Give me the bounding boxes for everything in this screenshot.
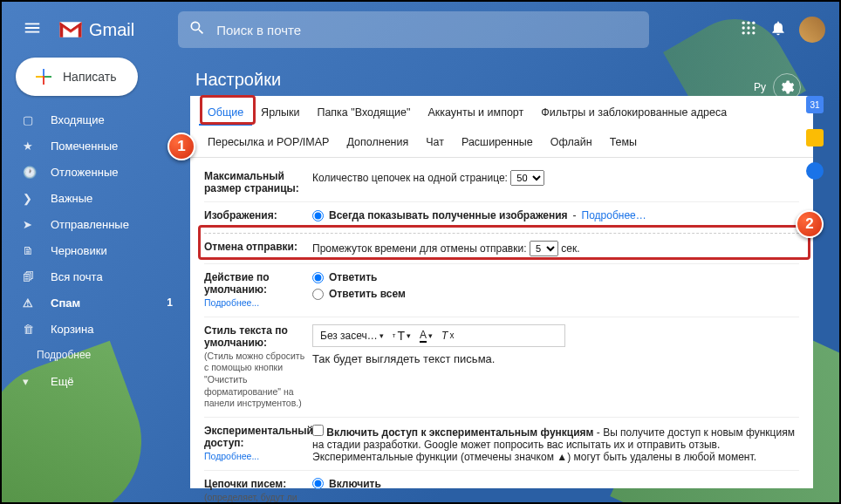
setting-default-action: Действие по умолчанию: Подробнее... Отве…: [204, 264, 799, 317]
inbox-icon: ▢: [23, 113, 38, 126]
chevron-down-icon: ▾: [23, 375, 38, 388]
images-learn-more-link[interactable]: Подробнее…: [582, 209, 646, 221]
tab-chat[interactable]: Чат: [417, 131, 453, 153]
setting-threads: Цепочки писем: (определяет, будут ли Вкл…: [204, 471, 799, 504]
label-note: (определяет, будут ли: [204, 492, 305, 504]
label-text: Цепочки писем:: [204, 478, 286, 490]
setting-images: Изображения: Всегда показывать полученны…: [204, 202, 799, 234]
menu-icon[interactable]: [16, 11, 49, 48]
sidebar-item-sent[interactable]: ➤Отправленные: [10, 211, 185, 237]
sent-icon: ➤: [23, 218, 38, 231]
images-always-radio[interactable]: [312, 210, 324, 221]
tab-labels[interactable]: Ярлыки: [252, 101, 308, 126]
svg-point-0: [742, 22, 745, 24]
label-text: Действие по умолчанию:: [204, 271, 270, 296]
svg-point-1: [747, 22, 749, 24]
learn-more-link[interactable]: Подробнее...: [204, 297, 305, 310]
gmail-logo[interactable]: Gmail: [58, 19, 134, 40]
reply-all-radio[interactable]: [312, 289, 324, 300]
radio-label: Включить: [329, 478, 381, 490]
tab-forwarding[interactable]: Пересылка и POP/IMAP: [199, 131, 338, 153]
calendar-icon[interactable]: 31: [806, 96, 824, 113]
threads-on-radio[interactable]: [312, 478, 324, 489]
svg-point-6: [742, 31, 745, 34]
sidebar-item-label: Подробнее: [37, 349, 91, 361]
svg-point-7: [747, 31, 749, 34]
spam-count: 1: [167, 296, 173, 309]
search-input[interactable]: [216, 23, 639, 37]
page-size-select[interactable]: 50: [510, 170, 544, 186]
tab-addons[interactable]: Дополнения: [338, 131, 417, 153]
learn-more-link[interactable]: Подробнее...: [204, 451, 305, 463]
undo-duration-select[interactable]: 5: [530, 241, 558, 256]
avatar[interactable]: [799, 17, 825, 43]
radio-label: Ответить всем: [329, 288, 406, 300]
sidebar-item-more-sub[interactable]: Подробнее: [10, 342, 185, 368]
compose-button[interactable]: Написать: [16, 58, 138, 96]
spam-icon: ⚠: [23, 296, 38, 310]
clear-formatting-button[interactable]: Tx: [441, 330, 454, 342]
sidebar-item-label: Важные: [51, 192, 92, 205]
add-addon-icon[interactable]: +: [806, 213, 824, 230]
tab-themes[interactable]: Темы: [601, 131, 646, 153]
sidebar-item-label: Помеченные: [51, 140, 118, 153]
sidebar-item-spam[interactable]: ⚠Спам1: [10, 289, 185, 316]
sidebar-item-more[interactable]: ▾Ещё: [10, 368, 185, 394]
search-bar[interactable]: [178, 11, 649, 48]
sidebar-item-important[interactable]: ❯Важные: [10, 185, 185, 211]
setting-text: Количество цепочек на одной странице:: [312, 172, 508, 184]
setting-label: Экспериментальный доступ: Подробнее...: [204, 425, 312, 463]
sidebar-item-label: Ещё: [51, 375, 74, 388]
radio-label: Всегда показывать полученные изображения: [329, 209, 568, 221]
text-style-toolbar: Без засеч…▾ тТ▾ A▾ Tx: [312, 324, 565, 347]
reply-radio[interactable]: [312, 272, 324, 283]
label-text: Экспериментальный доступ:: [204, 425, 313, 449]
sidebar-item-inbox[interactable]: ▢Входящие: [10, 106, 185, 133]
tab-accounts[interactable]: Аккаунты и импорт: [419, 101, 532, 126]
text-color-button[interactable]: A▾: [420, 329, 433, 343]
notifications-icon[interactable]: [769, 19, 787, 40]
sidebar-item-starred[interactable]: ★Помеченные: [10, 133, 185, 159]
tab-filters[interactable]: Фильтры и заблокированные адреса: [532, 101, 735, 126]
sidebar-item-snoozed[interactable]: 🕐Отложенные: [10, 159, 185, 185]
sidebar-item-all[interactable]: 🗐Вся почта: [10, 263, 185, 289]
sidebar-item-label: Вся почта: [51, 270, 103, 283]
svg-point-8: [752, 31, 755, 34]
search-icon[interactable]: [188, 19, 206, 40]
tab-advanced[interactable]: Расширенные: [453, 131, 542, 153]
setting-max-page: Максимальный размер страницы: Количество…: [204, 163, 799, 202]
font-family-button[interactable]: Без засеч…▾: [320, 330, 384, 342]
star-icon: ★: [23, 140, 38, 153]
tab-general[interactable]: Общие: [199, 101, 252, 126]
tab-inbox[interactable]: Папка "Входящие": [308, 101, 419, 126]
radio-label: Ответить: [329, 271, 377, 283]
setting-label: Действие по умолчанию: Подробнее...: [204, 271, 312, 310]
checkbox-label: Включить доступ к экспериментальным функ…: [326, 426, 593, 439]
unit-label: сек.: [561, 242, 579, 255]
sidebar-item-drafts[interactable]: 🗎Черновики: [10, 237, 185, 263]
font-size-button[interactable]: тТ▾: [393, 329, 411, 343]
svg-point-5: [752, 26, 755, 29]
label-note: (Стиль можно сбросить с помощью кнопки "…: [204, 351, 305, 410]
right-rail: 31 +: [797, 96, 832, 230]
tasks-icon[interactable]: [806, 162, 824, 180]
svg-point-3: [742, 26, 745, 29]
sidebar-item-trash[interactable]: 🗑Корзина: [10, 316, 185, 342]
trash-icon: 🗑: [23, 323, 38, 336]
tab-offline[interactable]: Офлайн: [542, 131, 601, 153]
sidebar-item-label: Черновики: [51, 244, 107, 257]
lang-label[interactable]: Ру: [754, 81, 766, 93]
experimental-checkbox[interactable]: [312, 425, 324, 436]
setting-label: Максимальный размер страницы:: [204, 170, 312, 194]
page-title: Настройки: [195, 70, 281, 90]
sidebar: Написать ▢Входящие ★Помеченные 🕐Отложенн…: [10, 58, 185, 394]
sidebar-item-label: Отправленные: [51, 218, 129, 231]
setting-experimental: Экспериментальный доступ: Подробнее... В…: [204, 418, 799, 471]
setting-text: Промежуток времени для отмены отправки:: [312, 242, 527, 255]
keep-icon[interactable]: [806, 129, 824, 146]
setting-label: Изображения:: [204, 209, 312, 226]
apps-icon[interactable]: [740, 19, 757, 40]
drafts-icon: 🗎: [23, 244, 38, 257]
sidebar-item-label: Спам: [51, 296, 80, 310]
setting-label: Цепочки писем: (определяет, будут ли: [204, 478, 312, 504]
